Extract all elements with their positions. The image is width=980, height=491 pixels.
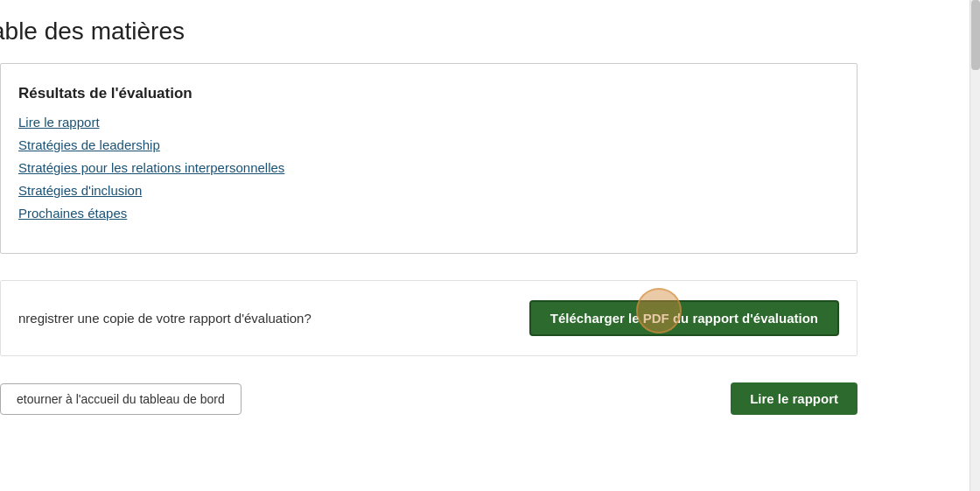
- toc-links-list: Lire le rapport Stratégies de leadership…: [18, 115, 830, 221]
- toc-section: Résultats de l'évaluation Lire le rappor…: [0, 63, 858, 254]
- scrollbar[interactable]: [970, 0, 980, 491]
- toc-item-leadership: Stratégies de leadership: [18, 137, 830, 153]
- download-btn-wrapper: Télécharger le PDF du rapport d'évaluati…: [529, 300, 839, 336]
- toc-link-strategies-inclusion[interactable]: Stratégies d'inclusion: [18, 183, 142, 198]
- back-to-dashboard-button[interactable]: etourner à l'accueil du tableau de bord: [0, 383, 242, 415]
- footer-nav: etourner à l'accueil du tableau de bord …: [0, 382, 858, 415]
- toc-link-lire-rapport[interactable]: Lire le rapport: [18, 115, 100, 130]
- page-title: able des matières: [0, 18, 980, 46]
- toc-item-prochaines: Prochaines étapes: [18, 206, 830, 221]
- toc-item-relations: Stratégies pour les relations interperso…: [18, 160, 830, 176]
- download-pdf-button[interactable]: Télécharger le PDF du rapport d'évaluati…: [529, 300, 839, 336]
- toc-heading: Résultats de l'évaluation: [18, 85, 830, 102]
- read-report-button[interactable]: Lire le rapport: [731, 382, 858, 415]
- toc-link-prochaines-etapes[interactable]: Prochaines étapes: [18, 206, 127, 221]
- toc-link-strategies-relations[interactable]: Stratégies pour les relations interperso…: [18, 160, 284, 175]
- download-prompt-text: nregistrer une copie de votre rapport d'…: [18, 311, 312, 326]
- toc-item-lire: Lire le rapport: [18, 115, 830, 130]
- page-header: able des matières: [0, 0, 980, 63]
- scrollbar-thumb[interactable]: [971, 0, 980, 70]
- download-section: nregistrer une copie de votre rapport d'…: [0, 280, 858, 356]
- toc-link-strategies-leadership[interactable]: Stratégies de leadership: [18, 137, 160, 152]
- page-container: able des matières Résultats de l'évaluat…: [0, 0, 980, 450]
- toc-item-inclusion: Stratégies d'inclusion: [18, 183, 830, 199]
